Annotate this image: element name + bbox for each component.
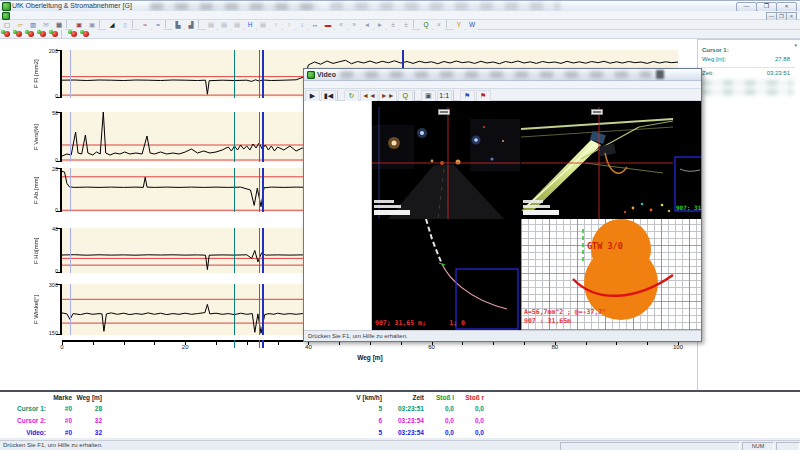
table-header-stoss_l: Stoß l [428, 394, 454, 401]
front-camera-view[interactable] [372, 107, 520, 219]
cursor-1-line[interactable] [234, 228, 235, 273]
marke-line[interactable] [70, 50, 71, 98]
move-up-1-icon[interactable]: ↑ [270, 20, 282, 30]
y-tool-icon[interactable]: Y [453, 20, 465, 30]
chart-blue-icon[interactable]: ≈ [152, 20, 164, 30]
pantograph-camera-view[interactable] [521, 107, 673, 219]
toolbar-separator [66, 20, 71, 28]
open-icon[interactable]: ▱ [14, 20, 26, 30]
toolbar-separator [446, 20, 451, 28]
lamp-button-3[interactable] [25, 30, 36, 38]
cursor-info-panel: ▾ Cursor 1: Weg [m]: 27,88 Zeit: 03:23:5… [697, 39, 800, 390]
status-cell-blank-2 [776, 442, 800, 450]
step-back-icon[interactable]: ◄ [361, 20, 373, 30]
video-cursor-line[interactable] [262, 284, 264, 335]
fit-vertical-icon[interactable]: ↕ [296, 20, 308, 30]
cursor-2-line[interactable] [259, 228, 260, 273]
toolbar-separator [198, 20, 203, 28]
cursor-2-line[interactable] [259, 284, 260, 335]
title-bar[interactable]: UfK Oberleitung & Stromabnehmer [G] — ❐ … [0, 0, 800, 11]
redacted-info-row-2 [701, 89, 793, 95]
table-cell-v: 5 [348, 429, 382, 436]
window-title: UfK Oberleitung & Stromabnehmer [G] [12, 2, 132, 9]
y-tick-min: 0 [43, 207, 58, 213]
clipped-readout: 907; 31, [676, 204, 701, 211]
cursor-1-line[interactable] [234, 50, 235, 98]
fader-icon[interactable]: ▯ [119, 20, 131, 30]
pantograph-camera-label [591, 109, 603, 115]
video-cursor-line[interactable] [262, 50, 264, 98]
cursor-1-line[interactable] [234, 112, 235, 162]
print-icon[interactable]: ▦ [53, 20, 65, 30]
w-tool-icon[interactable]: W [466, 20, 478, 30]
chart-red-icon[interactable]: ≈ [139, 20, 151, 30]
cursor-2-line[interactable] [259, 168, 260, 212]
marker-flag-icon[interactable]: ▬ [322, 20, 334, 30]
step-forward-icon[interactable]: ► [374, 20, 386, 30]
cursor-1-line[interactable] [234, 284, 235, 335]
view-red-icon[interactable]: ▣ [73, 20, 85, 30]
table-cell-stoss_r: 0,0 [458, 405, 484, 412]
table-cell-zeit: 03:23:54 [386, 429, 424, 436]
marke-line[interactable] [70, 112, 71, 162]
wire-trace-view[interactable]: 907; 31,65 m; 1; 0 [372, 219, 520, 330]
marke-line[interactable] [70, 228, 71, 273]
lamp-button-8[interactable] [80, 30, 91, 38]
layout-1-icon[interactable]: ▙ [172, 20, 184, 30]
cursor-2-line[interactable] [259, 112, 260, 162]
video-window[interactable]: Video SteuerungAnsichtHilfe ▶▮◀↻◄◄►►Q▣1:… [303, 68, 702, 342]
wire-profile-view[interactable]: GTW 3/0 A=56,7mm^2 ; @=-37,7° 907 : 31,6… [521, 219, 701, 330]
video-cursor-line[interactable] [262, 112, 264, 162]
lamp-toolbar [0, 30, 800, 39]
delete-icon[interactable]: × [433, 20, 445, 30]
video-title-bar[interactable]: Video [304, 69, 701, 81]
video-client-area: 907; 31, 907; 31,65 m; 1; 0 [304, 101, 701, 330]
lamp-button-4[interactable] [37, 30, 48, 38]
x-tick-label: 20 [175, 344, 195, 350]
hold-icon[interactable]: H [244, 20, 256, 30]
lamp-button-1[interactable] [1, 30, 12, 38]
cursor-1-line[interactable] [234, 168, 235, 212]
marke-line[interactable] [70, 284, 71, 335]
fit-horizontal-icon[interactable]: ↔ [309, 20, 321, 30]
view-gray-icon[interactable]: ▣ [86, 20, 98, 30]
lamp-button-5[interactable] [49, 30, 60, 38]
window-2-icon[interactable]: ▤ [218, 20, 230, 30]
lamp-button-2[interactable] [13, 30, 24, 38]
cursor-table: MarkeWeg [m]V [km/h]ZeitStoß lStoß rCurs… [0, 392, 800, 438]
layout-2-icon[interactable]: ▟ [185, 20, 197, 30]
camera-info-overlay [374, 205, 401, 208]
y-tick-mark [56, 228, 60, 229]
save-icon[interactable]: ▥ [27, 20, 39, 30]
jump-first-icon[interactable]: « [335, 20, 347, 30]
jump-last-icon[interactable]: » [348, 20, 360, 30]
y-tick-mark [56, 334, 60, 335]
wire-trace-readout: 907; 31,65 m; 1; 0 [375, 319, 465, 327]
camera-info-overlay [523, 200, 543, 203]
zoom-icon[interactable]: Q [420, 20, 432, 30]
info-weg-value: 27,88 [775, 56, 790, 62]
scale-1-icon[interactable]: ± [387, 20, 399, 30]
panel-dropdown-arrow[interactable]: ▾ [794, 42, 797, 48]
new-icon[interactable]: ▢ [1, 20, 13, 30]
video-cursor-line[interactable] [262, 168, 264, 212]
cursor-2-line[interactable] [259, 50, 260, 98]
lamp-button-7[interactable] [68, 30, 79, 38]
redacted-video-button [656, 70, 664, 79]
video-cursor-line[interactable] [262, 228, 264, 273]
signal-icon[interactable]: ◢ [106, 20, 118, 30]
marke-line[interactable] [70, 168, 71, 212]
window-4-icon[interactable]: ▤ [257, 20, 269, 30]
document-icon [2, 12, 10, 20]
scale-2-icon[interactable]: ± [400, 20, 412, 30]
move-up-2-icon[interactable]: ↑ [283, 20, 295, 30]
camera-info-overlay [523, 210, 559, 215]
application-window: UfK Oberleitung & Stromabnehmer [G] — ❐ … [0, 0, 800, 450]
send-icon[interactable]: ✉ [40, 20, 52, 30]
video-toolbar-separator [337, 90, 342, 100]
window-1-icon[interactable]: ▤ [205, 20, 217, 30]
clipped-camera-view[interactable]: 907; 31, [674, 107, 701, 213]
video-left-pane [304, 101, 372, 330]
window-3-icon[interactable]: ▤ [231, 20, 243, 30]
y-tick-mark [56, 97, 60, 98]
